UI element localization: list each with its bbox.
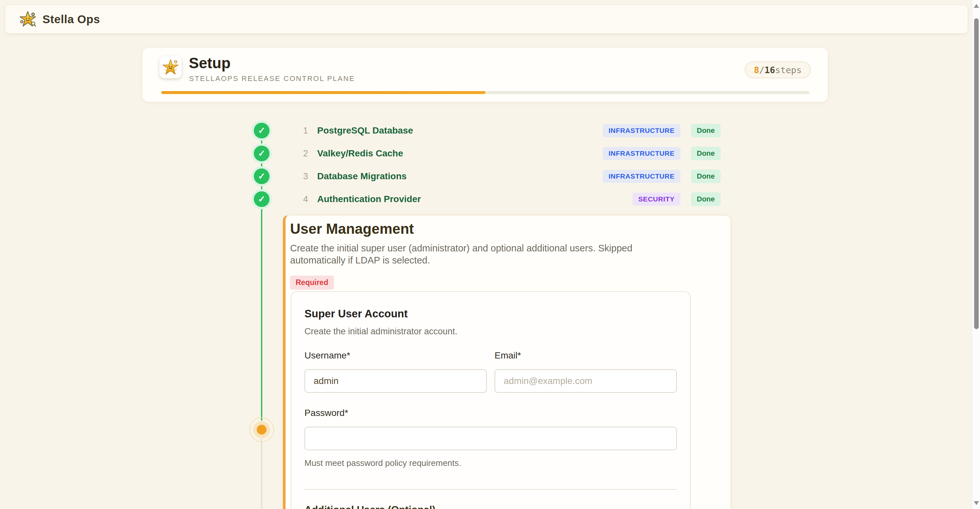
super-user-card: Super User Account Create the initial ad… bbox=[291, 291, 690, 509]
setup-subtitle: STELLAOPS RELEASE CONTROL PLANE bbox=[189, 75, 355, 83]
check-icon: ✓ bbox=[254, 191, 269, 207]
current-step-indicator bbox=[249, 417, 274, 442]
current-step-dot bbox=[257, 425, 267, 434]
username-label: Username* bbox=[304, 350, 487, 361]
setup-progress-bar bbox=[161, 91, 810, 94]
steps-progress-badge: 8/16 steps bbox=[745, 61, 811, 78]
step-title[interactable]: Authentication Provider bbox=[317, 194, 421, 205]
section-description: Create the initial super user (administr… bbox=[290, 242, 666, 266]
super-user-title: Super User Account bbox=[304, 308, 677, 320]
category-badge: SECURITY bbox=[632, 193, 681, 206]
step-title[interactable]: Valkey/Redis Cache bbox=[317, 148, 403, 159]
steps-total-count: 16 bbox=[764, 65, 775, 75]
email-label: Email* bbox=[495, 350, 677, 361]
steps-separator: / bbox=[759, 65, 764, 75]
password-label: Password* bbox=[304, 408, 677, 418]
category-badge: INFRASTRUCTURE bbox=[603, 124, 681, 137]
password-helper-text: Must meet password policy requirements. bbox=[304, 458, 677, 468]
password-input[interactable] bbox=[304, 427, 677, 450]
step-row-postgresql[interactable]: ✓ 1 PostgreSQL Database INFRASTRUCTURE D… bbox=[254, 123, 721, 138]
step-row-valkey-redis[interactable]: ✓ 2 Valkey/Redis Cache INFRASTRUCTURE Do… bbox=[254, 146, 721, 161]
required-badge: Required bbox=[290, 276, 334, 290]
step-number: 3 bbox=[293, 171, 308, 182]
check-icon: ✓ bbox=[254, 123, 269, 138]
stellaops-logo-icon bbox=[19, 10, 37, 28]
status-badge: Done bbox=[691, 192, 721, 206]
step-row-auth-provider[interactable]: ✓ 4 Authentication Provider SECURITY Don… bbox=[254, 191, 721, 207]
username-input[interactable] bbox=[304, 369, 487, 393]
timeline-pending-line bbox=[261, 439, 262, 509]
steps-suffix: steps bbox=[775, 65, 802, 75]
super-user-description: Create the initial administrator account… bbox=[304, 327, 677, 337]
app-title: Stella Ops bbox=[43, 13, 100, 26]
setup-header-card: Setup STELLAOPS RELEASE CONTROL PLANE 8/… bbox=[142, 48, 828, 102]
category-badge: INFRASTRUCTURE bbox=[603, 147, 681, 160]
setup-logo-icon bbox=[161, 58, 180, 76]
step-title[interactable]: Database Migrations bbox=[317, 171, 407, 182]
check-icon: ✓ bbox=[254, 146, 269, 161]
setup-logo-tile bbox=[159, 56, 181, 78]
step-number: 1 bbox=[293, 126, 308, 136]
additional-users-title: Additional Users (Optional) bbox=[304, 504, 677, 509]
scrollbar-thumb[interactable] bbox=[974, 18, 979, 329]
step-number: 4 bbox=[293, 194, 308, 205]
setup-title: Setup bbox=[189, 54, 231, 72]
vertical-scrollbar[interactable] bbox=[972, 0, 980, 509]
status-badge: Done bbox=[691, 124, 721, 138]
step-number: 2 bbox=[293, 149, 308, 159]
category-badge: INFRASTRUCTURE bbox=[603, 170, 681, 183]
status-badge: Done bbox=[691, 147, 721, 160]
email-input[interactable] bbox=[495, 369, 677, 393]
section-divider bbox=[304, 489, 677, 490]
section-title: User Management bbox=[290, 221, 718, 237]
steps-done-count: 8 bbox=[754, 65, 759, 75]
scroll-down-icon[interactable] bbox=[974, 501, 979, 505]
check-icon: ✓ bbox=[254, 168, 269, 184]
step-row-db-migrations[interactable]: ✓ 3 Database Migrations INFRASTRUCTURE D… bbox=[254, 168, 721, 184]
status-badge: Done bbox=[691, 170, 721, 183]
setup-progress-fill bbox=[161, 91, 485, 94]
scroll-up-icon[interactable] bbox=[974, 4, 979, 8]
app-header: Stella Ops bbox=[5, 5, 967, 33]
step-title[interactable]: PostgreSQL Database bbox=[317, 125, 413, 136]
